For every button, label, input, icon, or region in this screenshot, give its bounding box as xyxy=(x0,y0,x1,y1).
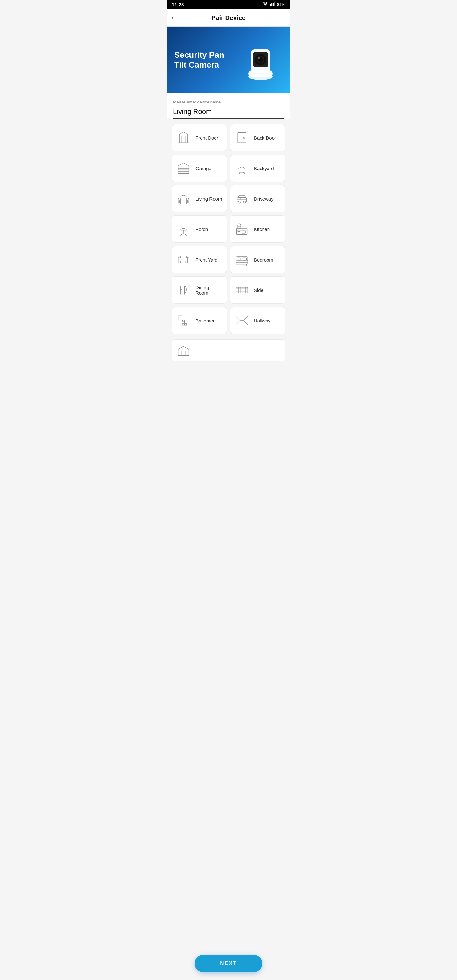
location-living-room[interactable]: Living Room xyxy=(172,185,227,212)
hallway-label: Hallway xyxy=(254,318,271,323)
location-backyard[interactable]: Backyard xyxy=(230,154,285,182)
front-yard-label: Front Yard xyxy=(196,257,217,262)
svg-rect-85 xyxy=(178,349,189,355)
porch-icon xyxy=(176,221,191,237)
location-hallway[interactable]: Hallway xyxy=(230,307,285,334)
svg-rect-19 xyxy=(178,166,189,173)
svg-line-40 xyxy=(181,234,182,236)
svg-rect-63 xyxy=(237,258,240,260)
device-name-label: Please enter device name xyxy=(173,100,284,104)
location-bedroom[interactable]: Bedroom xyxy=(230,246,285,273)
location-kitchen[interactable]: Kitchen xyxy=(230,215,285,243)
status-icons: 82% xyxy=(263,2,285,7)
page-title: Pair Device xyxy=(211,14,246,22)
wifi-icon xyxy=(263,2,268,7)
location-grid: Front Door Back Door Garage Backyard Liv… xyxy=(167,119,290,339)
svg-rect-27 xyxy=(178,198,189,202)
side-icon xyxy=(234,282,250,298)
location-garage[interactable]: Garage xyxy=(172,154,227,182)
partial-icon xyxy=(176,343,191,358)
living-room-label: Living Room xyxy=(196,196,222,202)
svg-rect-88 xyxy=(182,351,185,356)
dining-room-icon xyxy=(176,282,191,298)
kitchen-icon xyxy=(234,221,250,237)
svg-rect-44 xyxy=(238,226,240,229)
svg-point-0 xyxy=(265,6,266,7)
basement-label: Basement xyxy=(196,318,217,323)
living-room-icon xyxy=(176,191,191,206)
svg-line-25 xyxy=(239,172,240,174)
next-button[interactable]: NEXT xyxy=(194,955,262,972)
hero-title: Security Pan Tilt Camera xyxy=(174,50,234,70)
basement-icon xyxy=(176,313,191,328)
hero-banner: Security Pan Tilt Camera xyxy=(167,27,290,93)
garage-label: Garage xyxy=(196,165,211,171)
battery-text: 82% xyxy=(277,2,285,7)
signal-icon xyxy=(270,2,275,7)
location-dining-room[interactable]: Dining Room xyxy=(172,277,227,304)
kitchen-label: Kitchen xyxy=(254,227,270,232)
svg-line-41 xyxy=(185,234,186,236)
location-front-door[interactable]: Front Door xyxy=(172,124,227,151)
svg-point-15 xyxy=(184,139,185,140)
bedroom-icon xyxy=(234,252,250,267)
driveway-icon xyxy=(234,191,250,206)
svg-rect-59 xyxy=(178,256,181,258)
back-door-icon xyxy=(234,130,250,145)
location-back-door[interactable]: Back Door xyxy=(230,124,285,151)
front-yard-icon xyxy=(176,252,191,267)
status-time: 11:28 xyxy=(172,2,184,7)
device-name-input[interactable] xyxy=(173,106,284,119)
svg-rect-4 xyxy=(274,2,275,6)
bedroom-label: Bedroom xyxy=(254,257,273,262)
front-door-label: Front Door xyxy=(196,135,218,141)
bottom-area xyxy=(167,339,290,371)
input-section: Please enter device name xyxy=(167,93,290,119)
svg-rect-61 xyxy=(236,260,248,264)
svg-rect-71 xyxy=(236,287,248,293)
svg-point-17 xyxy=(244,137,245,139)
backyard-icon xyxy=(234,161,250,176)
svg-point-12 xyxy=(258,57,260,59)
hallway-icon xyxy=(234,313,250,328)
dining-room-label: Dining Room xyxy=(196,285,223,296)
back-button[interactable]: ‹ xyxy=(172,13,177,22)
side-label: Side xyxy=(254,288,263,293)
svg-rect-36 xyxy=(240,198,243,200)
location-basement[interactable]: Basement xyxy=(172,307,227,334)
svg-rect-62 xyxy=(236,262,248,262)
location-side[interactable]: Side xyxy=(230,277,285,304)
camera-image xyxy=(242,36,283,84)
next-button-container: NEXT xyxy=(194,955,262,972)
front-door-icon xyxy=(176,130,191,145)
partial-card xyxy=(172,339,285,361)
driveway-label: Driveway xyxy=(254,196,274,202)
svg-rect-3 xyxy=(272,3,274,6)
backyard-label: Backyard xyxy=(254,165,274,171)
location-front-yard[interactable]: Front Yard xyxy=(172,246,227,273)
location-porch[interactable]: Porch xyxy=(172,215,227,243)
top-nav: ‹ Pair Device xyxy=(167,9,290,27)
svg-rect-13 xyxy=(253,68,269,71)
svg-rect-2 xyxy=(271,3,272,6)
garage-icon xyxy=(176,161,191,176)
back-door-label: Back Door xyxy=(254,135,276,141)
svg-rect-64 xyxy=(243,258,247,260)
svg-rect-78 xyxy=(178,316,183,320)
svg-rect-1 xyxy=(270,5,271,6)
status-bar: 11:28 82% xyxy=(167,0,290,9)
location-driveway[interactable]: Driveway xyxy=(230,185,285,212)
svg-line-26 xyxy=(244,172,245,174)
porch-label: Porch xyxy=(196,227,208,232)
